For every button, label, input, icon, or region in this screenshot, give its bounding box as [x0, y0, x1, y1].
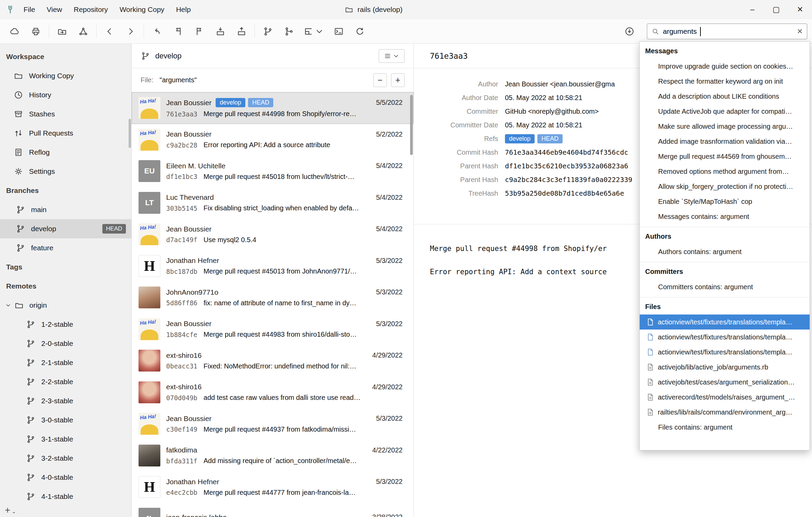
menu-repository[interactable]: Repository	[68, 0, 114, 19]
menu-working-copy[interactable]: Working Copy	[114, 0, 170, 19]
sidebar-item-stashes[interactable]: Stashes	[0, 104, 131, 124]
committer-date-value: 05. May 2022 at 10:58:21	[505, 121, 582, 129]
add-repository-button[interactable]: + ⌄	[5, 505, 16, 516]
commit-row[interactable]: Ha Ha! Jean Boussier 5/3/2022 1b884cfe M…	[132, 313, 414, 345]
pop-stash-button[interactable]	[231, 22, 252, 41]
message-suggestion[interactable]: Removed options method argument from…	[640, 164, 810, 179]
search-value: arguments	[663, 27, 697, 36]
commit-row[interactable]: Ha Ha! Jean Boussier 5/2/2022 c9a2bc28 E…	[132, 124, 414, 156]
commit-row[interactable]: ext-shiro16 4/29/2022 0beacc31 Fixed: No…	[132, 345, 414, 377]
stash-button[interactable]	[210, 22, 231, 41]
sidebar-item-reflog[interactable]: Reflog	[0, 143, 131, 162]
add-filter-button[interactable]: +	[391, 73, 405, 87]
remote-branch-item[interactable]: 3-1-stable	[0, 430, 131, 449]
updates-button[interactable]	[619, 22, 640, 41]
remote-branch-item[interactable]: 4-1-stable	[0, 487, 131, 506]
commit-row[interactable]: JohnAnon9771o 5/3/2022 5d86ff86 fix: nam…	[132, 282, 414, 313]
terminal-button[interactable]	[328, 22, 349, 41]
message-suggestion[interactable]: Enable `Style/MapToHash` cop	[640, 194, 810, 209]
remote-branch-item[interactable]: 2-3-stable	[0, 391, 131, 410]
message-suggestion[interactable]: Add a description about LIKE conditions	[640, 89, 810, 104]
remote-branch-item[interactable]: 3-0-stable	[0, 410, 131, 430]
message-suggestion[interactable]: Make sure allowed image processing argu…	[640, 119, 810, 134]
search-input[interactable]: arguments ✕	[647, 24, 807, 39]
menu-file[interactable]: File	[18, 0, 41, 19]
create-branch-button[interactable]	[257, 22, 278, 41]
refresh-button[interactable]	[349, 22, 371, 41]
checkout-button[interactable]	[168, 22, 189, 41]
message-suggestion[interactable]: Merge pull request #44569 from ghousem…	[640, 149, 810, 164]
menu-help[interactable]: Help	[170, 0, 197, 19]
commit-row[interactable]: JL jean-francois labbe 3/28/2022	[132, 503, 414, 517]
message-suggestion[interactable]: Update ActiveJob que adapter for compati…	[640, 104, 810, 119]
file-suggestion[interactable]: railties/lib/rails/command/environment_a…	[640, 405, 810, 420]
remote-branch-item[interactable]: 2-2-stable	[0, 372, 131, 391]
file-suggestion[interactable]: activejob/lib/active_job/arguments.rb	[640, 360, 810, 375]
messages-contains-option[interactable]: Messages contains: argument	[640, 209, 810, 224]
sidebar-scrollbar[interactable]	[129, 119, 131, 148]
sidebar-item-settings[interactable]: Settings	[0, 162, 131, 181]
message-suggestion[interactable]: Improve upgrade guide section on cookies…	[640, 59, 810, 74]
commit-row[interactable]: Ha Ha! Jean Boussier develop HEAD 5/5/20…	[132, 92, 414, 124]
file-suggestion[interactable]: actionview/test/fixtures/translations/te…	[640, 315, 810, 330]
commit-list-scrollbar[interactable]	[410, 95, 413, 155]
open-folder-button[interactable]	[52, 22, 73, 41]
cherry-pick-button[interactable]	[189, 22, 210, 41]
commit-row[interactable]: ext-shiro16 4/29/2022 070d049b add test …	[132, 377, 414, 408]
commit-row[interactable]: Ha Ha! Jean Boussier 5/3/2022 c30ef149 M…	[132, 408, 414, 440]
commit-row[interactable]: Ha Ha! Jean Boussier 5/4/2022 d7ac149f U…	[132, 219, 414, 250]
field-label: Parent Hash	[414, 162, 498, 170]
branch-item-feature[interactable]: feature	[0, 238, 131, 257]
graph-icon	[78, 26, 88, 37]
commit-message: add test case raw values from dalli stor…	[204, 394, 361, 402]
sidebar-item-pull-requests[interactable]: Pull Requests	[0, 124, 131, 143]
sidebar-item-history[interactable]: History	[0, 85, 131, 104]
file-suggestion[interactable]: activerecord/test/models/raises_argument…	[640, 390, 810, 405]
commit-row[interactable]: EU Eileen M. Uchitelle 5/4/2022 df1e1bc3…	[132, 155, 414, 187]
repository-graph-button[interactable]	[73, 22, 94, 41]
chevron-down-icon[interactable]	[5, 302, 12, 309]
files-contains-option[interactable]: Files contains: argument	[640, 420, 810, 435]
folder-icon	[345, 5, 353, 14]
remote-branch-item[interactable]: 2-0-stable	[0, 334, 131, 353]
fetch-button[interactable]	[4, 22, 25, 41]
sidebar-item-working-copy[interactable]: Working Copy	[0, 66, 131, 85]
commit-author: fatkodima	[166, 446, 197, 454]
authors-contains-option[interactable]: Authors contains: argument	[640, 244, 810, 259]
commit-row[interactable]: H Jonathan Hefner 5/3/2022 8bc187db Merg…	[132, 250, 414, 282]
commit-row[interactable]: LT Luc Thevenard 5/4/2022 303b5145 Fix d…	[132, 187, 414, 219]
maximize-button[interactable]: ▢	[764, 0, 788, 19]
remove-filter-button[interactable]: −	[373, 73, 387, 87]
file-suggestion[interactable]: activejob/test/cases/argument_serializat…	[640, 375, 810, 390]
commit-list-options-button[interactable]	[379, 49, 405, 63]
committers-contains-option[interactable]: Committers contains: argument	[640, 279, 810, 294]
commit-message: Merge pull request #44983 from shiro16/d…	[204, 331, 357, 338]
branch-item-main[interactable]: main	[0, 200, 131, 219]
print-button[interactable]	[25, 22, 46, 41]
merge-button[interactable]	[278, 22, 300, 41]
message-suggestion[interactable]: Added image trasnformation validation vi…	[640, 134, 810, 149]
commit-row[interactable]: fatkodima 4/22/2022 bfda311f Add missing…	[132, 440, 414, 472]
file-suggestion[interactable]: actionview/test/fixtures/translations/te…	[640, 330, 810, 345]
remote-branch-item[interactable]: 1-2-stable	[0, 315, 131, 334]
file-suggestion[interactable]: actionview/test/fixtures/translations/te…	[640, 345, 810, 360]
minimize-button[interactable]: –	[740, 0, 764, 19]
branch-icon	[26, 415, 35, 425]
gitflow-button[interactable]	[300, 22, 328, 41]
message-suggestion[interactable]: Respect the formatter keyword arg on ini…	[640, 74, 810, 89]
commit-row[interactable]: H Jonathan Hefner 5/3/2022 e4ec2cbb Merg…	[132, 471, 414, 503]
forward-button[interactable]	[120, 22, 141, 41]
branch-item-develop[interactable]: develop HEAD	[0, 219, 131, 238]
remote-branch-item[interactable]: 4-0-stable	[0, 468, 131, 487]
remote-branch-item[interactable]: 3-2-stable	[0, 449, 131, 468]
clear-search-icon[interactable]: ✕	[797, 27, 803, 36]
remote-item-origin[interactable]: origin	[0, 296, 131, 315]
head-badge: HEAD	[537, 134, 563, 143]
undo-button[interactable]	[146, 22, 168, 41]
message-suggestion[interactable]: Allow skip_forgery_protection if no prot…	[640, 179, 810, 194]
remote-branch-item[interactable]: 2-1-stable	[0, 353, 131, 372]
close-button[interactable]: ✕	[788, 0, 812, 19]
menu-view[interactable]: View	[41, 0, 68, 19]
branch-icon	[26, 377, 35, 387]
back-button[interactable]	[99, 22, 120, 41]
